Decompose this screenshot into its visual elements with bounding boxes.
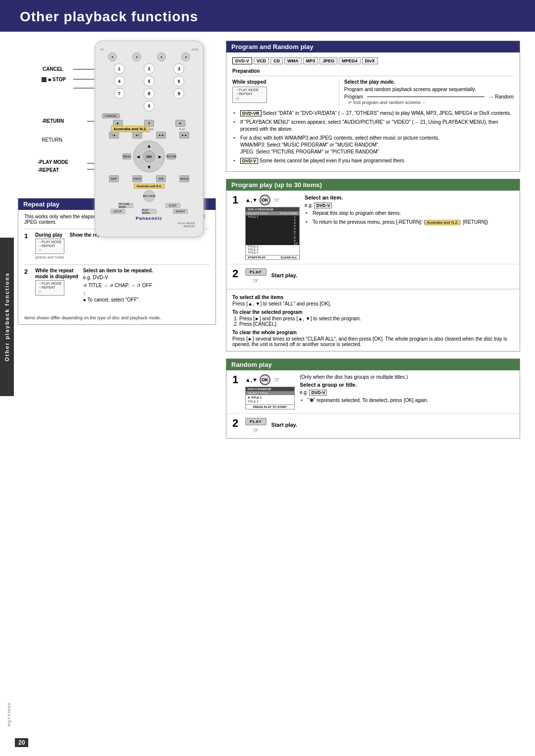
page: Other playback functions Other playback … [0, 0, 535, 756]
dpad-up-icon[interactable]: ▲ [147, 143, 152, 149]
callout-cancel: CANCEL [43, 66, 63, 72]
side-label: Other playback functions [0, 238, 14, 396]
num-1[interactable]: 1 [114, 63, 125, 74]
num-2[interactable]: 2 [144, 63, 155, 74]
step2-label1: While the repeat [35, 268, 78, 273]
program-random-title: Program and Random play [226, 41, 520, 52]
cancel-btn[interactable]: CANCEL [102, 113, 120, 118]
format-badges: DVD-V VCD CD WMA MP3 JPEG MPEG4 DivX [232, 57, 514, 64]
random-screen: DVD-V RANDOM SELECT TITLE ∗ TITLE 1 TITL… [245, 387, 295, 409]
to-select-all-text: Press [▲, ▼] to select "ALL" and press [… [232, 301, 514, 306]
pp-step1-right: ▲,▼ OK ☞ DVD-V PROGRAM [245, 195, 514, 260]
play-mode-label: -PLAY MODE -REPEAT [100, 222, 195, 228]
num-0[interactable]: 0 [144, 101, 155, 111]
dvd-label: DVD [192, 48, 198, 51]
num-5[interactable]: 5 [144, 76, 155, 87]
num-3[interactable]: 3 [173, 63, 184, 74]
rs-footer: PRESS PLAY TO START [246, 404, 294, 409]
num-8[interactable]: 8 [144, 88, 155, 99]
fn-btn2[interactable]: SLEEP [165, 203, 180, 208]
dpad-down-icon[interactable]: ▼ [147, 164, 152, 170]
next-btn[interactable]: ►| [132, 132, 142, 139]
step1-num: 1 [24, 232, 31, 240]
fn-btn3[interactable]: SETUP [110, 209, 125, 214]
hand-icon-1: ☞ [273, 196, 280, 204]
sub-btn1[interactable]: DISP [109, 175, 119, 182]
program-bullets: DVD-VR Select "DATA" in "DVD-VR/DATA" (→… [232, 110, 514, 164]
pp-step2-right: PLAY ☞ Start play. [245, 268, 514, 285]
play-label: PLAY [245, 268, 267, 276]
to-clear-whole-text: Press [►] several times to select "CLEAR… [232, 336, 514, 347]
rp-step1-example: e.g. DVD-V [300, 390, 428, 395]
pp-step2-title: Start play. [271, 272, 297, 278]
rs-row-1: ∗ TITLE 1 [246, 395, 294, 400]
bullet-3: For a disc with both WMA/MP3 and JPEG co… [232, 135, 514, 155]
right-column: Program and Random play DVD-V VCD CD WMA… [226, 41, 520, 446]
sub-btn4[interactable]: ANGLE [179, 175, 189, 182]
prep-screen: →PLAY MODE →REPEAT ☞ [232, 87, 267, 103]
rp-step2-title: Start play. [271, 422, 297, 428]
pp-step1-num: 1 [232, 195, 241, 205]
remote-btn-1[interactable]: ● [108, 52, 117, 61]
dpad-left-icon[interactable]: ◄ [136, 154, 141, 159]
step2-content: While the repeat mode is displayed →PLAY… [35, 268, 210, 302]
remote-numpad: 1 2 3 4 5 6 7 8 9 0 [105, 63, 193, 111]
pp-step1-icon: ▲,▼ OK ☞ DVD-V PROGRAM [245, 195, 300, 260]
remote-btn-4[interactable]: ● [181, 52, 190, 61]
fwd-btn[interactable]: ►► [179, 132, 189, 139]
col1-header: While stopped [232, 79, 335, 85]
to-select-all-header: To select all the items [232, 295, 514, 300]
num-4[interactable]: 4 [114, 76, 125, 87]
program-random-body: DVD-V VCD CD WMA MP3 JPEG MPEG4 DivX Pre… [226, 52, 520, 171]
play-mode-screen-1: →PLAY MODE →REPEAT ☞ [35, 239, 64, 254]
step2-label2: mode is displayed [35, 274, 78, 279]
remote-return2: RETURN [42, 137, 62, 143]
rp-step1-num: 1 [232, 374, 241, 385]
play-mode-screen-2: →PLAY MODE →REPEAT ☞ [35, 280, 64, 296]
hand-icon-2: ☞ [253, 277, 259, 285]
page-header: Other playback functions [0, 0, 535, 32]
nav-ok-area: ▲,▼ OK ☞ [245, 195, 300, 205]
doc-code: RQTX0099 [7, 703, 11, 726]
return-circle-btn[interactable]: RETURN [143, 190, 155, 202]
remote-btn-3[interactable]: ● [157, 52, 166, 61]
fn-btn4[interactable]: PLAY MODE [142, 209, 157, 214]
badge-cd: CD [270, 57, 283, 64]
rp-step2-num: 2 [232, 418, 241, 429]
num-9[interactable]: 9 [173, 88, 184, 99]
fn-btn1[interactable]: PICTURE MODE [118, 203, 133, 208]
ok-btn[interactable]: OK [143, 151, 155, 162]
pp-sub-sections: To select all the items Press [▲, ▼] to … [226, 289, 520, 351]
rp-play-btn-visual: PLAY ☞ [245, 418, 267, 434]
return-btn[interactable]: RETURN [167, 153, 176, 159]
remote-btn-2[interactable]: ● [132, 52, 141, 61]
program-screen: DVD-V PROGRAM SELECT TITLETITLE CHAP. TI… [245, 207, 300, 260]
nav-arrows-icon: ▲,▼ [245, 197, 258, 203]
num-7[interactable]: 7 [114, 88, 125, 99]
rp-step-2: 2 PLAY ☞ Start play. [226, 414, 520, 438]
rp-step1-bullets: "✽" represents selected. To deselect, pr… [300, 397, 428, 404]
pp-step2-inner: PLAY ☞ Start play. [245, 268, 514, 285]
rp-hand-icon-2: ☞ [253, 426, 259, 434]
prog-arrow-row: Program → Random [344, 94, 514, 100]
sub-btn2[interactable]: AUDIO [132, 175, 142, 182]
ps-row-4: TITLE 4 [246, 251, 299, 254]
rp-play-label: PLAY [245, 418, 267, 425]
rew-btn[interactable]: ◄◄ [156, 132, 166, 139]
menu-btn[interactable]: MENU [122, 153, 131, 159]
remote-control: TV DVD ● ● ● ● [95, 41, 204, 237]
hand-visual-1: ☞ [38, 248, 61, 252]
sub-btn3[interactable]: SUB [156, 175, 166, 182]
prev-btn[interactable]: |◄ [109, 132, 119, 139]
play-btn-remote[interactable]: ► [175, 120, 185, 127]
step2-example: e.g. DVD-V [83, 275, 210, 280]
ps-sub-header: SELECT TITLETITLE CHAP. [246, 211, 299, 215]
dpad-right-icon[interactable]: ► [158, 154, 162, 159]
australia-nz-inline: Australia and N.Z. [426, 220, 460, 225]
prep-hand: ☞ [235, 96, 264, 101]
page-number: 20 [15, 738, 28, 747]
num-6[interactable]: 6 [173, 76, 184, 87]
fn-btn5[interactable]: REPEAT [173, 209, 188, 214]
step1-label: During play [35, 232, 64, 238]
rp-step1-note: (Only when the disc has groups or multip… [300, 374, 428, 380]
